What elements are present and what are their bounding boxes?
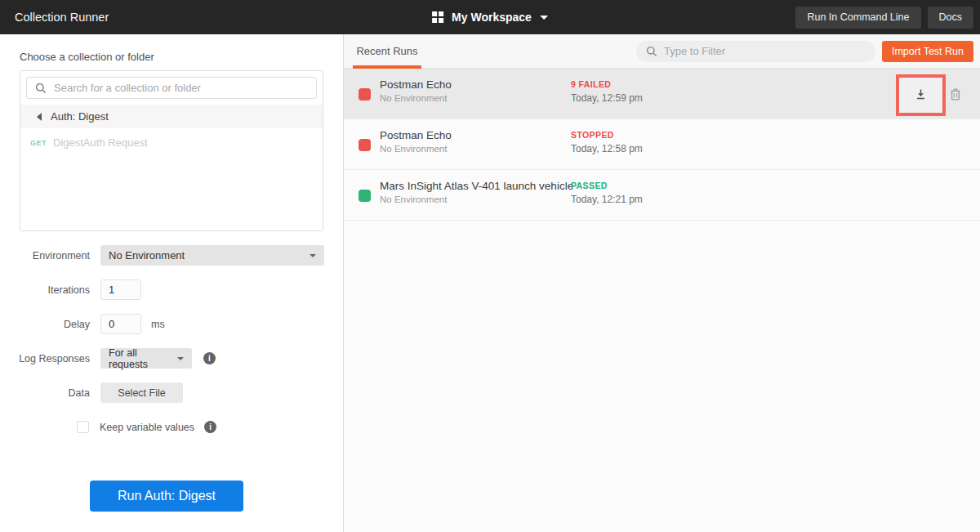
collection-item[interactable]: Auth: Digest (20, 105, 323, 128)
run-row[interactable]: Postman Echo No Environment STOPPED Toda… (344, 119, 980, 170)
info-icon: i (203, 352, 216, 364)
collection-browser: Auth: Digest GET DigestAuth Request (20, 70, 323, 231)
run-settings-form: Environment No Environment Iterations De… (0, 245, 343, 437)
run-environment: No Environment (380, 93, 452, 103)
collection-name: Auth: Digest (51, 110, 109, 123)
choose-collection-heading: Choose a collection or folder (20, 51, 343, 63)
runs-filter-input[interactable] (664, 45, 866, 57)
run-name: Postman Echo (380, 78, 452, 91)
delay-label: Delay (0, 319, 90, 330)
workspace-switcher[interactable]: My Workspace (432, 11, 548, 24)
delete-run-button[interactable] (948, 87, 963, 105)
environment-label: Environment (0, 250, 90, 262)
run-status-indicator (359, 88, 371, 101)
chevron-down-icon (540, 16, 548, 20)
runs-filter (636, 41, 875, 62)
request-item[interactable]: GET DigestAuth Request (20, 128, 323, 149)
keep-variable-values-checkbox[interactable] (77, 421, 89, 433)
keep-variable-values-label: Keep variable values (100, 422, 194, 433)
run-status: 9 FAILED (571, 79, 643, 89)
log-responses-value: For all requests (109, 347, 177, 370)
annotation-highlight-box (896, 74, 946, 116)
select-file-button[interactable]: Select File (100, 382, 183, 403)
top-bar: Collection Runner My Workspace Run In Co… (0, 0, 980, 34)
iterations-label: Iterations (0, 284, 90, 296)
info-icon: i (204, 421, 216, 433)
environment-value: No Environment (109, 249, 185, 262)
download-run-button[interactable] (913, 87, 929, 105)
request-name: DigestAuth Request (53, 136, 148, 149)
run-actions (833, 69, 980, 118)
run-timestamp: Today, 12:58 pm (571, 143, 643, 154)
search-icon (35, 83, 47, 94)
data-label: Data (0, 387, 90, 399)
chevron-down-icon (310, 254, 316, 257)
iterations-input[interactable] (100, 279, 141, 300)
run-name: Mars InSight Atlas V-401 launch vehicle (380, 180, 573, 192)
http-method-badge: GET (30, 139, 47, 147)
back-caret-icon (37, 113, 42, 121)
collection-search (26, 77, 317, 99)
run-collection-button[interactable]: Run Auth: Digest (90, 481, 243, 512)
log-responses-label: Log Responses (0, 353, 90, 364)
collection-runner-setup-panel: Choose a collection or folder Auth: Dige… (0, 34, 344, 532)
run-row[interactable]: Mars InSight Atlas V-401 launch vehicle … (344, 170, 980, 221)
collection-search-input[interactable] (54, 82, 308, 94)
run-timestamp: Today, 12:21 pm (571, 194, 643, 205)
run-name: Postman Echo (380, 129, 452, 141)
workspace-name: My Workspace (452, 11, 532, 24)
log-responses-select[interactable]: For all requests (100, 348, 192, 369)
run-environment: No Environment (380, 194, 573, 204)
run-environment: No Environment (380, 144, 452, 154)
runs-tab-bar: Recent Runs Import Test Run (344, 34, 980, 69)
recent-runs-panel: Recent Runs Import Test Run Postman Echo… (344, 34, 980, 532)
delay-unit-label: ms (151, 319, 165, 330)
runs-list: Postman Echo No Environment 9 FAILED Tod… (344, 69, 980, 532)
delay-input[interactable] (100, 314, 141, 334)
environment-select[interactable]: No Environment (100, 245, 324, 266)
import-test-run-button[interactable]: Import Test Run (882, 41, 973, 62)
run-status: PASSED (571, 181, 643, 190)
docs-button[interactable]: Docs (928, 7, 973, 29)
run-status-indicator (359, 190, 371, 202)
tab-recent-runs[interactable]: Recent Runs (353, 34, 421, 69)
run-timestamp: Today, 12:59 pm (571, 92, 643, 104)
run-status-indicator (359, 139, 371, 151)
app-title: Collection Runner (15, 11, 109, 24)
topbar-buttons: Run In Command Line Docs (795, 7, 973, 29)
trash-icon (950, 88, 961, 101)
download-icon (915, 88, 927, 101)
workspace-grid-icon (432, 11, 443, 23)
run-in-command-line-button[interactable]: Run In Command Line (795, 7, 920, 29)
search-icon (646, 46, 657, 57)
run-row[interactable]: Postman Echo No Environment 9 FAILED Tod… (344, 69, 980, 119)
run-status: STOPPED (571, 130, 643, 140)
chevron-down-icon (177, 357, 184, 360)
